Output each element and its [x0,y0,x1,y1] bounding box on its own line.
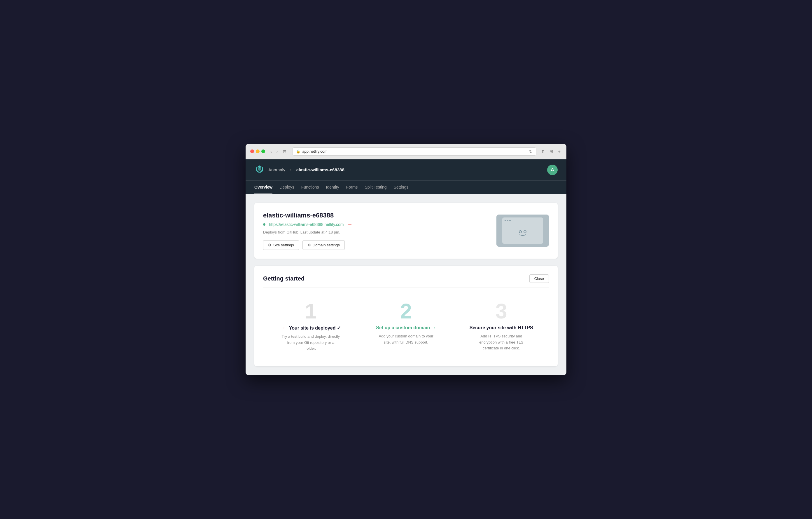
address-bar[interactable]: 🔒 app.netlify.com ↻ [292,147,536,156]
traffic-lights [250,149,265,153]
getting-started-header: Getting started Close [263,274,549,288]
step-2: 2 Set up a custom domain → Add your cust… [358,295,454,358]
address-text: app.netlify.com [302,149,327,154]
tab-forms[interactable]: Forms [346,181,358,194]
preview-bar [504,220,541,221]
site-meta: Deploys from GitHub. Last update at 4:18… [263,230,496,235]
back-button[interactable]: ‹ [269,148,273,155]
gear-icon-domain: ⚙ [308,243,311,247]
tab-identity[interactable]: Identity [326,181,339,194]
step-1-number: 1 [269,301,353,322]
step-1-arrow: → [281,325,286,330]
getting-started-title: Getting started [263,275,304,282]
brand-logo [254,165,265,175]
share-button[interactable]: ⬆ [540,148,546,155]
getting-started-card: Getting started Close 1 → Your site is d… [254,266,558,366]
tab-overview[interactable]: Overview [254,181,272,194]
tab-nav: Overview Deploys Functions Identity Form… [245,181,567,194]
tab-deploys[interactable]: Deploys [280,181,294,194]
brand-name: Anomaly [268,167,285,172]
step-2-desc: Add your custom domain to your site, wit… [377,333,435,346]
preview-dot-2 [507,220,509,221]
step-3-title-text: Secure your site with HTTPS [470,325,533,330]
steps-container: 1 → Your site is deployed ✓ Try a test b… [263,295,549,358]
step-2-title-text: Set up a custom domain → [376,325,436,330]
tab-functions[interactable]: Functions [301,181,319,194]
main-content: elastic-williams-e68388 https://elastic-… [245,194,567,375]
tab-view-button[interactable]: ⊟ [281,148,289,155]
preview-content [504,223,541,241]
step-1-desc: Try a test build and deploy, directly fr… [282,334,340,352]
forward-button[interactable]: › [275,148,280,155]
maximize-window-button[interactable] [261,149,265,153]
tab-split-testing[interactable]: Split Testing [365,181,386,194]
url-arrow-indicator: ← [347,222,353,228]
step-1: 1 → Your site is deployed ✓ Try a test b… [263,295,358,358]
site-card-left: elastic-williams-e68388 https://elastic-… [263,212,496,250]
close-getting-started-button[interactable]: Close [529,274,549,283]
domain-settings-label: Domain settings [313,243,340,247]
site-buttons: ⚙ Site settings ⚙ Domain settings [263,240,496,250]
site-name: elastic-williams-e68388 [296,167,344,172]
user-avatar[interactable]: A [547,165,558,175]
app-container: Anomaly › elastic-williams-e68388 A Over… [245,159,567,375]
preview-dot-1 [504,220,506,221]
browser-actions: ⬆ ⊞ + [540,148,562,155]
new-tab-button[interactable]: + [557,148,562,155]
step-2-number: 2 [364,301,448,322]
preview-dot-3 [509,220,511,221]
preview-face-icon [516,228,530,237]
gear-icon-site: ⚙ [268,243,271,247]
svg-point-6 [519,230,522,233]
lock-icon: 🔒 [296,149,300,154]
step-2-title[interactable]: Set up a custom domain → [364,325,448,330]
site-settings-button[interactable]: ⚙ Site settings [263,240,299,250]
site-title: elastic-williams-e68388 [263,212,496,219]
site-preview [496,215,549,247]
brand-area: Anomaly › elastic-williams-e68388 [254,159,344,181]
svg-point-7 [524,230,526,233]
browser-nav-buttons: ‹ › ⊟ [269,148,289,155]
step-3-desc: Add HTTPS security and encryption with a… [472,333,530,351]
step-3: 3 Secure your site with HTTPS Add HTTPS … [454,295,549,358]
tab-settings[interactable]: Settings [394,181,409,194]
browser-titlebar: ‹ › ⊟ 🔒 app.netlify.com ↻ ⬆ ⊞ + [245,144,567,159]
site-url-link[interactable]: https://elastic-williams-e68388.netlify.… [269,222,344,227]
site-url-row: https://elastic-williams-e68388.netlify.… [263,222,496,228]
brand-separator: › [290,167,291,172]
tab-button[interactable]: ⊞ [548,148,554,155]
reload-icon[interactable]: ↻ [529,149,532,154]
domain-settings-button[interactable]: ⚙ Domain settings [302,240,345,250]
step-3-title: Secure your site with HTTPS [459,325,543,330]
preview-browser [502,217,543,244]
minimize-window-button[interactable] [256,149,260,153]
site-card: elastic-williams-e68388 https://elastic-… [254,203,558,258]
browser-window: ‹ › ⊟ 🔒 app.netlify.com ↻ ⬆ ⊞ + [245,144,567,375]
step-1-title-text: Your site is deployed ✓ [289,325,341,331]
top-nav: Anomaly › elastic-williams-e68388 A [245,159,567,181]
step-1-title: → Your site is deployed ✓ [269,325,353,331]
site-settings-label: Site settings [273,243,294,247]
step-3-number: 3 [459,301,543,322]
status-dot [263,223,265,226]
close-window-button[interactable] [250,149,254,153]
